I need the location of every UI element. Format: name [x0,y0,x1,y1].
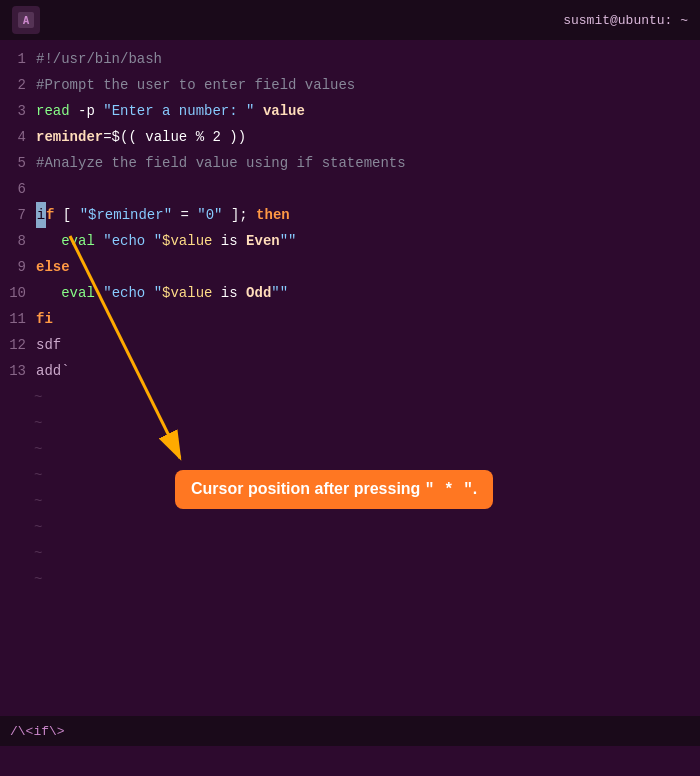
tilde-8: ~ [0,566,700,592]
line-1: 1 #!/usr/bin/bash [0,46,700,72]
tooltip-text: Cursor position after pressing " * ". [191,480,477,497]
tilde-3: ~ [0,436,700,462]
line-13: 13 add` [0,358,700,384]
app-logo: A [12,6,40,34]
line-4: 4 reminder=$(( value % 2 )) [0,124,700,150]
line-2: 2 #Prompt the user to enter field values [0,72,700,98]
line-5: 5 #Analyze the field value using if stat… [0,150,700,176]
cursor-position-tooltip: Cursor position after pressing " * ". [175,470,493,509]
tilde-1: ~ [0,384,700,410]
statusbar: /\<if\> [0,716,700,746]
tilde-6: ~ [0,514,700,540]
tilde-7: ~ [0,540,700,566]
titlebar: A susmit@ubuntu: ~ [0,0,700,40]
line-10: 10 eval "echo "$value is Odd"" [0,280,700,306]
tilde-2: ~ [0,410,700,436]
line-8: 8 eval "echo "$value is Even"" [0,228,700,254]
line-6: 6 [0,176,700,202]
line-3: 3 read -p "Enter a number: " value [0,98,700,124]
window-title: susmit@ubuntu: ~ [563,13,688,28]
line-9: 9 else [0,254,700,280]
statusbar-text: /\<if\> [10,724,65,739]
svg-text:A: A [23,14,30,27]
line-12: 12 sdf [0,332,700,358]
code-editor: 1 #!/usr/bin/bash 2 #Prompt the user to … [0,40,700,746]
line-7: 7 if [ "$reminder" = "0" ]; then [0,202,700,228]
line-11: 11 fi [0,306,700,332]
